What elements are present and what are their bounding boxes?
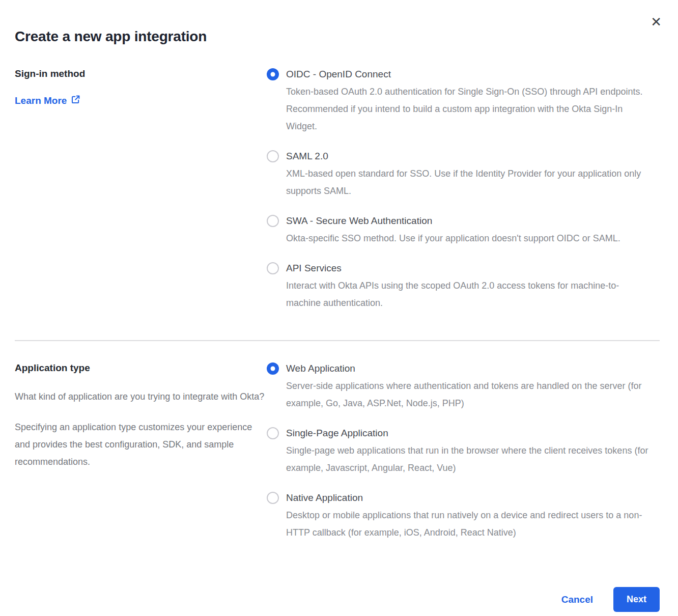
radio-single-page-application[interactable]	[267, 427, 279, 439]
cancel-button[interactable]: Cancel	[561, 594, 593, 605]
radio-option-label: API Services	[286, 262, 650, 274]
radio-api-services[interactable]	[267, 262, 279, 274]
radio-option-description: Desktop or mobile applications that run …	[286, 507, 650, 541]
radio-option-label: OIDC - OpenID Connect	[286, 68, 650, 80]
external-link-icon	[71, 95, 80, 107]
close-button[interactable]: ✕	[651, 15, 662, 29]
radio-option-native-application[interactable]: Native Application Desktop or mobile app…	[267, 492, 660, 541]
application-type-help-text: Specifying an application type customize…	[15, 418, 267, 470]
radio-native-application[interactable]	[267, 492, 279, 504]
radio-option-description: Token-based OAuth 2.0 authentication for…	[286, 83, 650, 135]
radio-option-label: Web Application	[286, 362, 650, 375]
radio-web-application[interactable]	[267, 362, 279, 375]
radio-option-label: SWA - Secure Web Authentication	[286, 215, 620, 227]
radio-option-label: Single-Page Application	[286, 427, 650, 439]
signin-method-label: Sign-in method	[15, 68, 267, 79]
radio-option-web-application[interactable]: Web Application Server-side applications…	[267, 362, 660, 412]
radio-option-single-page-application[interactable]: Single-Page Application Single-page web …	[267, 427, 660, 477]
radio-option-description: Interact with Okta APIs using the scoped…	[286, 277, 650, 312]
application-type-question: What kind of application are you trying …	[15, 388, 267, 405]
next-button[interactable]: Next	[613, 587, 660, 612]
radio-saml[interactable]	[267, 150, 279, 162]
radio-option-api-services[interactable]: API Services Interact with Okta APIs usi…	[267, 262, 660, 312]
close-icon: ✕	[651, 14, 662, 30]
radio-option-description: Server-side applications where authentic…	[286, 377, 650, 412]
create-app-integration-dialog: ✕ Create a new app integration Sign-in m…	[0, 0, 678, 616]
application-type-section: Application type What kind of applicatio…	[15, 341, 660, 556]
radio-option-swa[interactable]: SWA - Secure Web Authentication Okta-spe…	[267, 215, 660, 247]
radio-swa[interactable]	[267, 215, 279, 227]
radio-option-label: Native Application	[286, 492, 650, 504]
page-title: Create a new app integration	[15, 29, 660, 45]
radio-option-description: Single-page web applications that run in…	[286, 442, 650, 477]
radio-option-oidc[interactable]: OIDC - OpenID Connect Token-based OAuth …	[267, 68, 660, 135]
learn-more-label: Learn More	[15, 95, 67, 106]
application-type-label: Application type	[15, 362, 267, 374]
radio-option-description: XML-based open standard for SSO. Use if …	[286, 165, 650, 200]
learn-more-link[interactable]: Learn More	[15, 95, 80, 107]
radio-oidc[interactable]	[267, 68, 279, 80]
radio-option-description: Okta-specific SSO method. Use if your ap…	[286, 230, 620, 247]
radio-option-label: SAML 2.0	[286, 150, 650, 162]
dialog-footer: Cancel Next	[15, 587, 660, 612]
radio-option-saml[interactable]: SAML 2.0 XML-based open standard for SSO…	[267, 150, 660, 200]
signin-method-section: Sign-in method Learn More OIDC - OpenID …	[15, 68, 660, 327]
